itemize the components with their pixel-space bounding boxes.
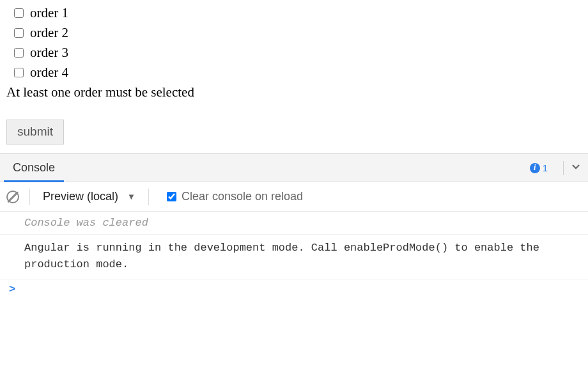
console-body: Console was cleared Angular is running i… bbox=[0, 212, 588, 299]
context-label: Preview (local) bbox=[43, 190, 118, 203]
order-checkbox-4[interactable] bbox=[14, 68, 24, 77]
order-label: order 1 bbox=[30, 5, 68, 21]
tab-label: Console bbox=[13, 161, 55, 175]
order-label: order 2 bbox=[30, 25, 68, 41]
devtools-panel: Console i 1 Preview (local) ▼ Clear cons… bbox=[0, 153, 588, 299]
page-content: order 1 order 2 order 3 order 4 At least… bbox=[0, 0, 588, 153]
order-label: order 3 bbox=[30, 45, 68, 61]
dropdown-triangle-icon: ▼ bbox=[127, 192, 135, 201]
order-checkbox-2[interactable] bbox=[14, 28, 24, 38]
chevron-down-icon[interactable] bbox=[570, 161, 582, 175]
divider bbox=[148, 189, 149, 205]
info-count: 1 bbox=[543, 162, 548, 173]
console-cleared-row: Console was cleared bbox=[0, 212, 588, 235]
submit-button[interactable]: submit bbox=[6, 120, 64, 144]
order-list: order 1 order 2 order 3 order 4 bbox=[6, 5, 582, 81]
devtools-tabbar: Console i 1 bbox=[0, 154, 588, 182]
console-message-row: Angular is running in the development mo… bbox=[0, 235, 588, 279]
validation-message: At least one order must be selected bbox=[6, 84, 582, 100]
order-item[interactable]: order 2 bbox=[14, 25, 582, 41]
order-label: order 4 bbox=[30, 65, 68, 81]
order-checkbox-1[interactable] bbox=[14, 8, 24, 18]
tab-console[interactable]: Console bbox=[4, 154, 64, 182]
order-checkbox-3[interactable] bbox=[14, 48, 24, 58]
clear-on-reload-checkbox[interactable] bbox=[167, 192, 176, 201]
order-item[interactable]: order 3 bbox=[14, 45, 582, 61]
clear-on-reload-toggle[interactable]: Clear console on reload bbox=[167, 190, 303, 203]
clear-on-reload-label: Clear console on reload bbox=[182, 190, 303, 203]
context-select[interactable]: Preview (local) ▼ bbox=[40, 190, 138, 203]
console-prompt[interactable]: > bbox=[0, 279, 588, 299]
order-item[interactable]: order 1 bbox=[14, 5, 582, 21]
order-item[interactable]: order 4 bbox=[14, 65, 582, 81]
console-toolbar: Preview (local) ▼ Clear console on reloa… bbox=[0, 182, 588, 212]
info-count-badge[interactable]: i 1 bbox=[530, 162, 548, 173]
divider bbox=[563, 161, 564, 175]
divider bbox=[29, 189, 30, 205]
clear-console-icon[interactable] bbox=[6, 191, 19, 203]
info-icon: i bbox=[530, 163, 540, 173]
